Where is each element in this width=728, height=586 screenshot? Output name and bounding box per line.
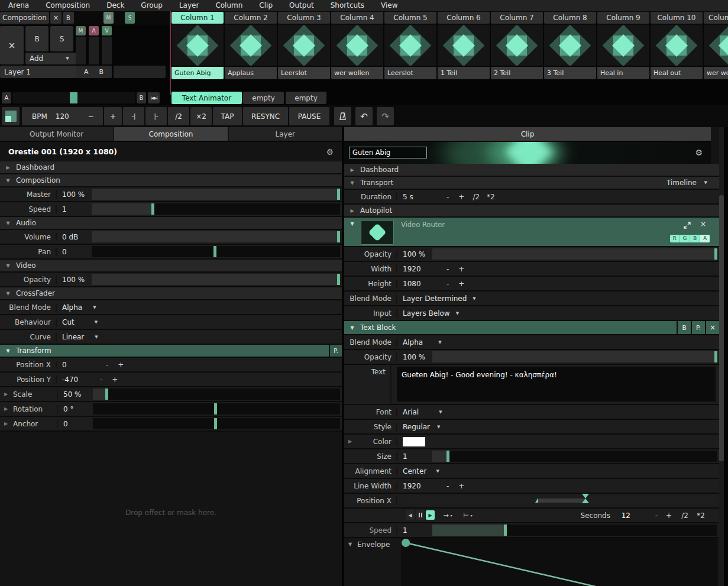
tb-alignment-dropdown[interactable]: Center bbox=[397, 467, 426, 475]
text-block-bypass-button[interactable]: B bbox=[677, 321, 691, 334]
composition-tab[interactable]: Composition bbox=[0, 12, 49, 24]
clip-thumbnail[interactable] bbox=[704, 25, 728, 66]
position-x-value[interactable]: 0 bbox=[57, 361, 92, 369]
tb-position-x-timeline[interactable] bbox=[403, 494, 717, 507]
undo-button[interactable]: ↶ bbox=[355, 107, 373, 125]
half-button[interactable]: /2 bbox=[681, 511, 688, 520]
gear-icon[interactable]: ⚙ bbox=[695, 148, 703, 157]
menu-view[interactable]: View bbox=[373, 0, 406, 11]
composition-bypass-button[interactable]: B bbox=[63, 12, 74, 24]
vr-width-value[interactable]: 1920 bbox=[397, 265, 432, 273]
slider-handle[interactable] bbox=[214, 418, 217, 429]
channel-g[interactable]: G bbox=[680, 235, 691, 242]
menu-composition[interactable]: Composition bbox=[37, 0, 98, 11]
column-header-9[interactable]: Column 9 bbox=[597, 12, 649, 24]
decrement-button[interactable]: - bbox=[446, 280, 449, 288]
clip-label[interactable]: 2 Teil bbox=[491, 67, 543, 79]
deck-tab-empty-2[interactable]: empty bbox=[286, 92, 326, 104]
slider-handle[interactable] bbox=[504, 525, 507, 536]
clip-label[interactable]: 3 Teil bbox=[544, 67, 596, 79]
double-button[interactable]: *2 bbox=[697, 511, 705, 520]
rgba-channel-buttons[interactable]: R G B A bbox=[670, 235, 710, 242]
section-transport[interactable]: ▼ Transport Timeline ▼ bbox=[344, 177, 719, 190]
composition-solo-button[interactable]: S bbox=[125, 12, 135, 24]
clip-label[interactable]: Applaus bbox=[225, 67, 277, 79]
slider-handle[interactable] bbox=[213, 246, 216, 257]
clip-thumbnail[interactable] bbox=[278, 25, 330, 66]
tab-output-monitor[interactable]: Output Monitor bbox=[0, 127, 113, 141]
section-dashboard[interactable]: ▶ Dashboard bbox=[0, 161, 342, 174]
pan-slider[interactable] bbox=[92, 245, 340, 258]
layer-m-fader[interactable] bbox=[76, 37, 86, 64]
chevron-right-icon[interactable]: ▶ bbox=[0, 421, 12, 426]
metronome-button[interactable] bbox=[334, 107, 351, 125]
transform-params-button[interactable]: P. bbox=[329, 345, 342, 357]
slider-handle[interactable] bbox=[337, 189, 340, 200]
beat-nudge-forward-button[interactable]: |- bbox=[145, 107, 167, 125]
layer-m-button[interactable]: M bbox=[76, 26, 86, 35]
chevron-right-icon[interactable]: ▶ bbox=[0, 391, 12, 397]
layer-v-fader[interactable] bbox=[102, 37, 112, 64]
tb-font-dropdown[interactable]: Arial bbox=[397, 408, 419, 416]
loop-mode-dropdown[interactable]: ⊢ ▾ bbox=[460, 510, 475, 520]
clip-guten-abig[interactable]: Guten Abig bbox=[172, 25, 224, 79]
range-end-marker[interactable] bbox=[582, 498, 589, 503]
clip-applaus[interactable]: Applaus bbox=[225, 25, 277, 79]
resync-button[interactable]: RESYNC bbox=[243, 107, 288, 125]
layer-name[interactable]: Layer 1 bbox=[0, 66, 79, 78]
clip-label[interactable]: Heal out bbox=[651, 67, 703, 79]
play-button[interactable]: ▶ bbox=[426, 510, 435, 520]
slider-handle[interactable] bbox=[337, 274, 340, 285]
close-icon[interactable]: × bbox=[700, 220, 706, 228]
slider-handle[interactable] bbox=[714, 351, 717, 362]
menu-group[interactable]: Group bbox=[132, 0, 171, 11]
effect-text-block-header[interactable]: ▼ Text Block B P. × bbox=[344, 321, 719, 335]
tb-size-slider[interactable] bbox=[432, 449, 717, 463]
menu-layer[interactable]: Layer bbox=[171, 0, 207, 11]
timeline-range[interactable] bbox=[538, 498, 585, 503]
clip-label[interactable]: wer wollen bbox=[331, 67, 383, 79]
behaviour-dropdown[interactable]: Cut bbox=[57, 318, 75, 326]
layer-solo-button[interactable]: S bbox=[50, 26, 73, 51]
increment-button[interactable]: + bbox=[458, 280, 464, 288]
tb-speed-slider[interactable] bbox=[432, 523, 717, 537]
speed-slider[interactable] bbox=[92, 202, 340, 216]
menu-arena[interactable]: Arena bbox=[0, 0, 37, 11]
column-header-2[interactable]: Column 2 bbox=[225, 12, 277, 24]
crossfader-a-button[interactable]: A bbox=[2, 92, 11, 103]
clip-thumbnail[interactable] bbox=[651, 25, 703, 66]
channel-a[interactable]: A bbox=[700, 235, 710, 242]
column-header-3[interactable]: Column 3 bbox=[278, 12, 330, 24]
section-video[interactable]: ▼ Video bbox=[0, 260, 342, 273]
clip-leerslot-2[interactable]: Leerslot bbox=[384, 25, 436, 79]
clip-thumbnail[interactable] bbox=[597, 25, 649, 66]
clip-wer-wollen-2[interactable]: wer wollen bbox=[704, 25, 728, 79]
blend-mode-dropdown[interactable]: Alpha bbox=[57, 303, 82, 312]
decrement-button[interactable]: - bbox=[446, 482, 449, 490]
duration-value[interactable]: 5 s bbox=[397, 193, 432, 201]
crossfader-b-button[interactable]: B bbox=[137, 92, 146, 103]
layer-a-button[interactable]: A bbox=[89, 26, 99, 35]
tab-clip[interactable]: Clip bbox=[344, 127, 711, 142]
play-direction-dropdown[interactable]: → ▾ bbox=[440, 510, 455, 520]
layer-ab-strip[interactable]: A B bbox=[76, 66, 112, 78]
clip-thumbnail[interactable] bbox=[491, 25, 543, 66]
clip-thumbnail[interactable] bbox=[331, 25, 383, 66]
vr-input-dropdown[interactable]: Layers Below bbox=[397, 309, 450, 318]
envelope-graph[interactable] bbox=[401, 538, 717, 586]
double-button[interactable]: *2 bbox=[487, 193, 495, 201]
clip-wer-wollen-1[interactable]: wer wollen bbox=[331, 25, 383, 79]
increment-button[interactable]: + bbox=[118, 361, 124, 369]
clip-thumbnail[interactable] bbox=[172, 25, 224, 66]
seconds-value[interactable]: 12 bbox=[622, 511, 630, 520]
column-header-11[interactable]: Column 11 bbox=[704, 12, 728, 24]
layer-close-button[interactable]: × bbox=[0, 26, 24, 64]
clip-thumbnail[interactable] bbox=[544, 25, 596, 66]
increment-button[interactable]: + bbox=[666, 511, 672, 520]
scale-slider[interactable] bbox=[93, 387, 340, 401]
tb-linewidth-value[interactable]: 1920 bbox=[397, 482, 432, 490]
clip-label[interactable]: Leerslot bbox=[384, 67, 436, 79]
increment-button[interactable]: + bbox=[458, 193, 464, 201]
text-block-close-button[interactable]: × bbox=[705, 321, 719, 334]
tb-opacity-slider[interactable] bbox=[432, 350, 717, 364]
